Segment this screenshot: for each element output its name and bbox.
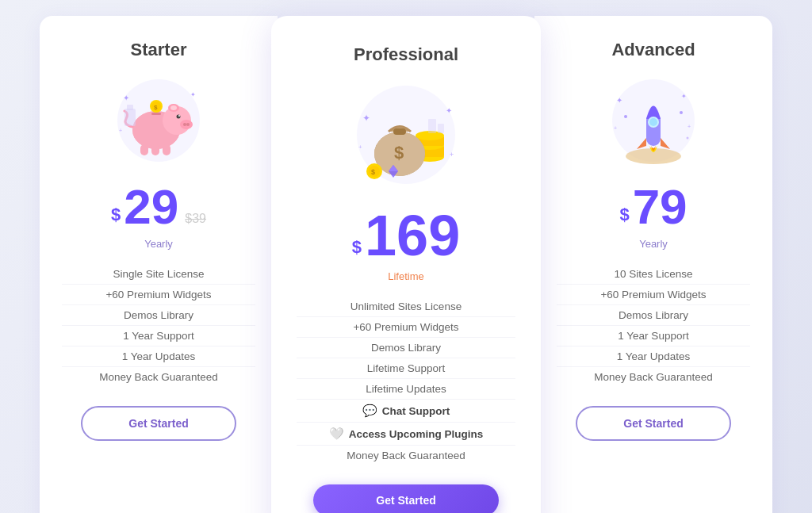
svg-text:$: $ (394, 143, 404, 163)
features-advanced: 10 Sites License +60 Premium Widgets Dem… (557, 264, 750, 387)
currency-advanced: $ (619, 206, 629, 224)
svg-text:$: $ (154, 104, 158, 111)
feature-item: Demos Library (297, 338, 515, 358)
svg-text:$: $ (371, 168, 375, 176)
svg-rect-43 (438, 124, 444, 133)
svg-text:+: + (688, 124, 691, 129)
plan-title-advanced: Advanced (557, 40, 750, 60)
feature-item: +60 Premium Widgets (297, 317, 515, 338)
pricing-card-starter: Starter (40, 16, 278, 513)
svg-text:✦: ✦ (190, 91, 196, 98)
feature-item: 1 Year Support (557, 326, 750, 346)
price-old-starter: $39 (185, 212, 206, 225)
svg-text:+: + (450, 151, 454, 159)
svg-point-7 (183, 123, 186, 126)
feature-item: 1 Year Updates (62, 346, 255, 367)
feature-item: Lifetime Support (297, 358, 515, 379)
svg-rect-21 (124, 109, 136, 126)
get-started-button-professional[interactable]: Get Started (313, 484, 500, 513)
plan-image-professional: $ $ ✦ ✦ + + (343, 78, 469, 193)
svg-point-55 (687, 137, 689, 140)
svg-point-9 (177, 115, 181, 119)
pricing-card-professional: Professional $ (271, 16, 541, 513)
svg-rect-22 (127, 105, 133, 110)
feature-item: Lifetime Updates (297, 379, 515, 400)
get-started-button-advanced[interactable]: Get Started (576, 406, 730, 441)
plan-image-starter: $ ✦ ✦ + (107, 73, 210, 168)
heart-icon: 🤍 (329, 427, 344, 441)
price-professional: 169 (365, 207, 460, 264)
feature-item: Single Site License (62, 264, 255, 285)
svg-rect-14 (151, 113, 161, 115)
period-professional: Lifetime (297, 270, 515, 282)
svg-text:✦: ✦ (446, 106, 452, 115)
feature-item: Money Back Guaranteed (297, 446, 515, 465)
svg-point-54 (680, 111, 683, 114)
svg-rect-11 (140, 144, 148, 155)
feature-item: Money Back Guaranteed (62, 367, 255, 387)
feature-item: +60 Premium Widgets (62, 285, 255, 305)
features-starter: Single Site License +60 Premium Widgets … (62, 264, 255, 387)
feature-item: 1 Year Support (62, 326, 255, 346)
price-advanced: 79 (633, 182, 688, 232)
feature-item: Money Back Guaranteed (557, 367, 750, 387)
feature-item: Unlimited Sites License (297, 297, 515, 317)
period-advanced: Yearly (557, 238, 750, 250)
plan-title-professional: Professional (297, 44, 515, 65)
pricing-card-advanced: Advanced ✦ ✦ (534, 16, 772, 513)
svg-text:✦: ✦ (123, 94, 129, 102)
svg-rect-31 (393, 128, 406, 135)
price-starter: 29 (124, 182, 178, 232)
svg-rect-42 (428, 119, 436, 133)
price-block-starter: $ 29 $39 (62, 182, 255, 232)
svg-text:✦: ✦ (362, 113, 370, 124)
get-started-button-starter[interactable]: Get Started (81, 406, 236, 441)
feature-item: +60 Premium Widgets (557, 285, 750, 305)
feature-item-chat-support: 💬 Chat Support (297, 400, 515, 423)
chat-icon: 💬 (362, 404, 377, 418)
svg-text:+: + (614, 125, 617, 131)
svg-point-5 (170, 105, 177, 110)
svg-text:✦: ✦ (681, 93, 687, 100)
plan-title-starter: Starter (62, 40, 255, 60)
features-professional: Unlimited Sites License +60 Premium Widg… (297, 297, 515, 465)
feature-item: Demos Library (62, 305, 255, 326)
price-block-advanced: $ 79 (557, 182, 750, 232)
period-starter: Yearly (62, 238, 255, 250)
svg-point-10 (178, 115, 180, 117)
svg-text:+: + (358, 144, 362, 151)
svg-point-48 (649, 118, 657, 126)
svg-rect-13 (163, 144, 170, 155)
svg-point-8 (186, 123, 190, 126)
feature-item: Demos Library (557, 305, 750, 326)
currency-professional: $ (352, 239, 362, 256)
feature-item-upcoming-plugins: 🤍 Access Upcoming Plugins (297, 423, 515, 446)
plan-image-advanced: ✦ ✦ + + (602, 73, 705, 168)
svg-text:+: + (119, 128, 122, 133)
pricing-container: Starter (17, 16, 795, 513)
feature-item: 1 Year Updates (557, 346, 750, 367)
svg-point-53 (624, 115, 627, 118)
currency-starter: $ (111, 206, 121, 224)
price-block-professional: $ 169 (297, 207, 515, 264)
svg-text:✦: ✦ (616, 96, 622, 105)
feature-item: 10 Sites License (557, 264, 750, 285)
svg-rect-12 (151, 144, 159, 155)
